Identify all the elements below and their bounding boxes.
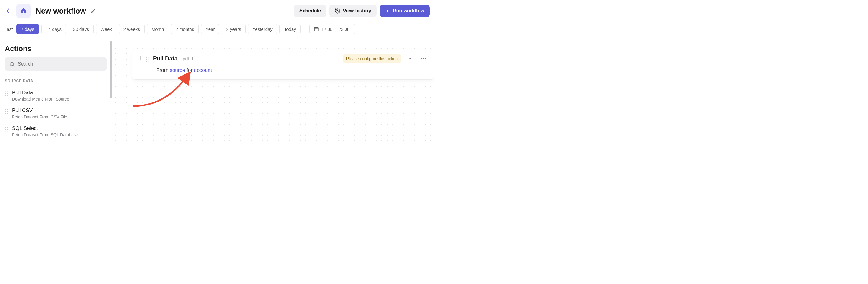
view-history-button[interactable]: View history bbox=[329, 4, 377, 17]
svg-point-26 bbox=[148, 57, 149, 58]
collapse-toggle[interactable] bbox=[406, 54, 415, 63]
svg-point-32 bbox=[423, 58, 424, 59]
svg-point-27 bbox=[146, 59, 147, 60]
range-chip-yesterday[interactable]: Yesterday bbox=[248, 24, 277, 34]
step-body-mid: for bbox=[185, 67, 194, 73]
back-button[interactable] bbox=[4, 6, 14, 16]
range-chip-2-months[interactable]: 2 months bbox=[171, 24, 198, 34]
chevron-down-icon bbox=[408, 56, 412, 61]
step-body-prefix: From bbox=[156, 67, 169, 73]
step-menu-button[interactable] bbox=[419, 54, 428, 63]
more-horizontal-icon bbox=[421, 56, 427, 62]
svg-point-17 bbox=[5, 113, 6, 114]
action-title: Pull CSV bbox=[12, 108, 67, 114]
svg-rect-1 bbox=[314, 28, 318, 31]
svg-point-23 bbox=[5, 131, 6, 132]
action-desc: Download Metric From Source bbox=[12, 97, 69, 102]
svg-point-24 bbox=[7, 131, 8, 132]
svg-point-30 bbox=[148, 61, 149, 62]
svg-point-8 bbox=[7, 91, 8, 92]
date-range-bar: Last 7 days 14 days 30 days Week 2 weeks… bbox=[0, 22, 434, 39]
scrollbar[interactable] bbox=[110, 41, 112, 98]
range-chip-30-days[interactable]: 30 days bbox=[68, 24, 94, 34]
svg-point-16 bbox=[7, 111, 8, 112]
svg-point-7 bbox=[5, 91, 6, 92]
history-icon bbox=[335, 8, 340, 14]
sidebar-heading: Actions bbox=[5, 45, 107, 53]
svg-point-12 bbox=[7, 95, 8, 96]
divider bbox=[305, 25, 305, 33]
topbar: New workflow Schedule View history Run w… bbox=[0, 0, 434, 22]
sidebar-section-label: SOURCE DATA bbox=[5, 79, 107, 83]
range-chip-2-weeks[interactable]: 2 weeks bbox=[119, 24, 145, 34]
svg-point-21 bbox=[5, 129, 6, 130]
svg-point-18 bbox=[7, 113, 8, 114]
account-link[interactable]: account bbox=[194, 67, 212, 73]
svg-line-6 bbox=[13, 65, 14, 66]
workflow-title: New workflow bbox=[36, 7, 86, 16]
svg-point-10 bbox=[7, 93, 8, 94]
edit-title-button[interactable] bbox=[89, 7, 97, 15]
home-icon bbox=[20, 7, 27, 15]
svg-point-13 bbox=[5, 109, 6, 110]
workflow-canvas[interactable]: 1 Pull Data pull11 Please configure this… bbox=[112, 39, 434, 142]
step-body: From source for account bbox=[156, 67, 428, 74]
range-chip-month[interactable]: Month bbox=[147, 24, 169, 34]
step-number: 1 bbox=[139, 56, 142, 61]
step-card-1[interactable]: 1 Pull Data pull11 Please configure this… bbox=[132, 49, 434, 80]
svg-point-11 bbox=[5, 95, 6, 96]
svg-point-14 bbox=[7, 109, 8, 110]
action-desc: Fetch Dataset From CSV File bbox=[12, 114, 67, 119]
search-box[interactable] bbox=[5, 57, 107, 71]
drag-handle-icon[interactable] bbox=[5, 127, 8, 132]
run-workflow-button[interactable]: Run workflow bbox=[380, 4, 430, 17]
svg-point-25 bbox=[146, 57, 147, 58]
drag-handle-icon[interactable] bbox=[146, 57, 149, 62]
action-sql-select[interactable]: SQL Select Fetch Dataset From SQL Databa… bbox=[5, 123, 107, 141]
schedule-label: Schedule bbox=[300, 8, 321, 13]
range-chip-14-days[interactable]: 14 days bbox=[41, 24, 66, 34]
search-icon bbox=[9, 61, 15, 67]
range-label: Last bbox=[4, 27, 13, 32]
search-input[interactable] bbox=[18, 61, 103, 67]
date-range-picker[interactable]: 17 Jul – 23 Jul bbox=[309, 24, 355, 34]
step-id: pull11 bbox=[183, 57, 193, 61]
run-label: Run workflow bbox=[393, 8, 424, 13]
svg-point-9 bbox=[5, 93, 6, 94]
svg-point-28 bbox=[148, 59, 149, 60]
range-chip-week[interactable]: Week bbox=[96, 24, 117, 34]
action-title: SQL Select bbox=[12, 125, 78, 132]
range-chip-year[interactable]: Year bbox=[201, 24, 219, 34]
step-title: Pull Data bbox=[153, 55, 178, 62]
step-header: 1 Pull Data pull11 Please configure this… bbox=[139, 54, 428, 63]
svg-point-15 bbox=[5, 111, 6, 112]
arrow-left-icon bbox=[6, 7, 12, 14]
action-pull-data[interactable]: Pull Data Download Metric From Source bbox=[5, 87, 107, 105]
source-link[interactable]: source bbox=[169, 67, 185, 73]
range-chip-today[interactable]: Today bbox=[279, 24, 301, 34]
play-icon bbox=[385, 8, 390, 13]
warning-badge: Please configure this action bbox=[343, 54, 401, 63]
svg-point-22 bbox=[7, 129, 8, 130]
drag-handle-icon[interactable] bbox=[5, 109, 8, 114]
action-title: Pull Data bbox=[12, 90, 69, 96]
date-range-text: 17 Jul – 23 Jul bbox=[321, 27, 351, 32]
svg-point-19 bbox=[5, 127, 6, 128]
schedule-button[interactable]: Schedule bbox=[294, 4, 326, 17]
action-pull-csv[interactable]: Pull CSV Fetch Dataset From CSV File bbox=[5, 105, 107, 123]
history-label: View history bbox=[343, 8, 371, 13]
pencil-icon bbox=[91, 8, 96, 13]
svg-point-29 bbox=[146, 61, 147, 62]
home-button[interactable] bbox=[16, 4, 31, 18]
calendar-icon bbox=[314, 27, 319, 32]
action-desc: Fetch Dataset From SQL Database bbox=[12, 132, 78, 137]
drag-handle-icon[interactable] bbox=[5, 91, 8, 96]
svg-point-31 bbox=[421, 58, 422, 59]
svg-point-20 bbox=[7, 127, 8, 128]
actions-sidebar: Actions SOURCE DATA Pull Data Download M… bbox=[0, 39, 112, 142]
range-chip-7-days[interactable]: 7 days bbox=[16, 24, 39, 34]
range-chip-2-years[interactable]: 2 years bbox=[221, 24, 245, 34]
svg-point-33 bbox=[425, 58, 426, 59]
main: Actions SOURCE DATA Pull Data Download M… bbox=[0, 39, 434, 142]
